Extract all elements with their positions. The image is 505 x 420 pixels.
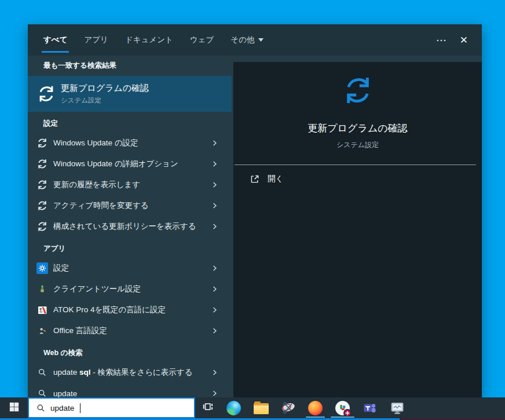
results-list: 最も一致する検索結果 更新プログラムの確認 システム設定 設定 bbox=[28, 56, 232, 397]
suggested-text: sql bbox=[79, 368, 91, 377]
task-view-icon bbox=[202, 400, 214, 415]
apps-section-header: アプリ bbox=[28, 237, 232, 258]
suffix-text: - 検索結果をさらに表示する bbox=[91, 368, 193, 377]
refresh-icon bbox=[36, 221, 48, 232]
windows-start-icon bbox=[9, 402, 19, 414]
best-match-title: 更新プログラムの確認 bbox=[61, 83, 149, 94]
search-query-text: update bbox=[50, 404, 74, 412]
app-item-office-language[interactable]: Office 言語設定 bbox=[28, 320, 232, 341]
chevron-right-icon[interactable] bbox=[210, 306, 219, 315]
list-item-label: クライアントツール設定 bbox=[53, 284, 141, 294]
chevron-right-icon[interactable] bbox=[210, 222, 219, 231]
chevron-right-icon[interactable] bbox=[210, 285, 219, 294]
open-action-label: 開く bbox=[268, 174, 283, 184]
list-item-label: Windows Update の詳細オプション bbox=[53, 159, 178, 169]
tab-all[interactable]: すべて bbox=[43, 35, 67, 45]
tab-more-label: その他 bbox=[230, 35, 254, 44]
start-button[interactable] bbox=[0, 397, 28, 418]
refresh-icon bbox=[36, 137, 48, 149]
taskbar-app-with-notification[interactable] bbox=[329, 397, 356, 418]
open-external-icon bbox=[250, 174, 260, 184]
search-icon bbox=[36, 404, 45, 412]
app-item-atok[interactable]: ATOK Pro 4を既定の言語に設定 bbox=[28, 300, 232, 320]
tab-more[interactable]: その他 bbox=[230, 35, 264, 45]
tab-documents[interactable]: ドキュメント bbox=[125, 35, 173, 45]
firefox-icon bbox=[308, 401, 323, 415]
web-search-suggestion[interactable]: update sql - 検索結果をさらに表示する bbox=[28, 362, 232, 383]
taskbar-app-teams[interactable] bbox=[356, 397, 383, 418]
best-match-subtitle: システム設定 bbox=[61, 96, 149, 105]
list-item-label: update bbox=[53, 389, 77, 398]
search-filter-header: すべて アプリ ドキュメント ウェブ その他 ··· ✕ bbox=[28, 24, 482, 56]
tab-web[interactable]: ウェブ bbox=[190, 35, 214, 45]
taskbar-app-firefox[interactable] bbox=[302, 397, 329, 418]
web-search-section-header: Web の検索 bbox=[28, 341, 232, 362]
chevron-right-icon[interactable] bbox=[210, 327, 219, 335]
chevron-right-icon[interactable] bbox=[210, 160, 219, 169]
app-item-settings[interactable]: 設定 bbox=[28, 258, 232, 279]
close-button[interactable]: ✕ bbox=[460, 35, 468, 45]
best-match-header: 最も一致する検索結果 bbox=[28, 56, 232, 75]
list-item-label: ATOK Pro 4を既定の言語に設定 bbox=[53, 305, 166, 315]
settings-item-active-hours[interactable]: アクティブ時間を変更する bbox=[28, 195, 232, 216]
settings-gear-icon bbox=[36, 262, 48, 274]
chevron-right-icon[interactable] bbox=[210, 368, 219, 377]
search-flyout-panel: すべて アプリ ドキュメント ウェブ その他 ··· ✕ 最も一致する検索結果 bbox=[28, 24, 482, 397]
taskbar-app-edge[interactable] bbox=[220, 397, 247, 418]
filter-tabs: すべて アプリ ドキュメント ウェブ その他 bbox=[43, 35, 264, 45]
preview-pane: 更新プログラムの確認 システム設定 開く bbox=[233, 62, 482, 397]
teams-icon bbox=[363, 401, 377, 415]
chevron-right-icon[interactable] bbox=[210, 264, 219, 273]
system-monitor-icon bbox=[390, 401, 405, 415]
office-language-icon bbox=[36, 325, 48, 337]
atok-icon bbox=[36, 304, 48, 316]
refresh-icon bbox=[36, 158, 48, 170]
refresh-icon bbox=[36, 84, 56, 104]
text-caret bbox=[80, 403, 80, 413]
header-controls: ··· ✕ bbox=[437, 35, 468, 45]
taskbar-search-input[interactable]: update bbox=[28, 397, 195, 418]
chevron-right-icon[interactable] bbox=[210, 202, 219, 210]
app-item-client-tools[interactable]: クライアントツール設定 bbox=[28, 279, 232, 300]
preview-subtitle: システム設定 bbox=[233, 140, 482, 150]
notification-badge-plus-icon bbox=[343, 409, 352, 417]
refresh-icon bbox=[36, 179, 48, 191]
running-indicator bbox=[306, 417, 325, 418]
running-indicator bbox=[331, 417, 354, 418]
preview-title: 更新プログラムの確認 bbox=[233, 122, 482, 135]
settings-item-windows-update-settings[interactable]: Windows Update の設定 bbox=[28, 133, 232, 154]
list-item-label: 設定 bbox=[53, 263, 69, 273]
settings-item-update-policies[interactable]: 構成されている更新ポリシーを表示する bbox=[28, 216, 232, 237]
desktop: すべて アプリ ドキュメント ウェブ その他 ··· ✕ 最も一致する検索結果 bbox=[0, 0, 505, 420]
taskbar-app-snipping-tool[interactable] bbox=[275, 397, 302, 418]
settings-section-header: 設定 bbox=[28, 112, 232, 133]
settings-item-update-history[interactable]: 更新の履歴を表示します bbox=[28, 174, 232, 195]
task-view-button[interactable] bbox=[195, 397, 220, 418]
chevron-right-icon[interactable] bbox=[210, 181, 219, 189]
more-options-button[interactable]: ··· bbox=[437, 35, 447, 45]
typed-text: update bbox=[53, 368, 79, 377]
list-item-label: 構成されている更新ポリシーを表示する bbox=[53, 221, 196, 232]
taskbar-app-file-explorer[interactable] bbox=[247, 397, 275, 418]
app-with-badge-icon bbox=[335, 401, 350, 415]
list-item-label: アクティブ時間を変更する bbox=[53, 200, 149, 211]
search-icon bbox=[36, 367, 48, 378]
client-tools-icon bbox=[36, 283, 48, 295]
refresh-icon bbox=[36, 200, 48, 211]
chevron-right-icon[interactable] bbox=[210, 139, 219, 148]
best-match-result[interactable]: 更新プログラムの確認 システム設定 bbox=[28, 76, 232, 112]
list-item-label: update sql - 検索結果をさらに表示する bbox=[53, 367, 192, 378]
file-explorer-icon bbox=[254, 403, 269, 414]
refresh-icon bbox=[342, 74, 374, 107]
list-item-label: 更新の履歴を表示します bbox=[53, 180, 140, 190]
open-action[interactable]: 開く bbox=[233, 174, 482, 184]
settings-item-windows-update-advanced[interactable]: Windows Update の詳細オプション bbox=[28, 154, 232, 174]
best-match-text: 更新プログラムの確認 システム設定 bbox=[61, 83, 149, 105]
preview-divider bbox=[235, 165, 476, 165]
list-item-label: Office 言語設定 bbox=[53, 326, 107, 336]
chevron-right-icon[interactable] bbox=[210, 389, 219, 398]
chevron-down-icon bbox=[258, 35, 264, 43]
snipping-tool-icon bbox=[281, 401, 296, 415]
taskbar-app-system-monitor[interactable] bbox=[383, 397, 411, 418]
tab-apps[interactable]: アプリ bbox=[84, 35, 108, 45]
